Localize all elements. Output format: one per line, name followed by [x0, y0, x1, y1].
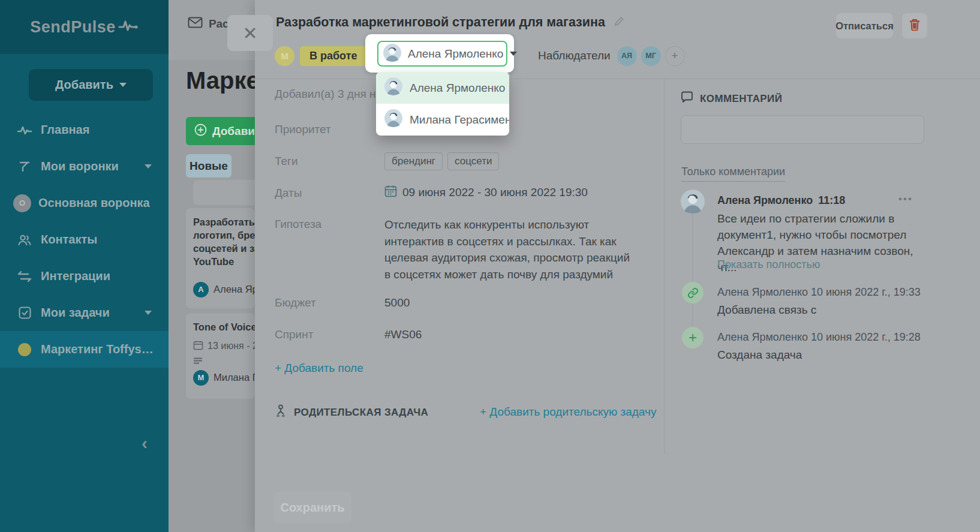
plus-circle-icon: [194, 124, 207, 139]
unsubscribe-button[interactable]: Отписаться: [836, 13, 893, 38]
sidebar-item-label: Маркетинг Toffys…: [41, 342, 154, 356]
description-icon: [193, 357, 248, 365]
show-more-link[interactable]: Показать полностью: [717, 259, 820, 271]
delete-task-button[interactable]: [902, 13, 927, 38]
avatar: М: [193, 370, 209, 386]
creator-avatar: М: [275, 46, 294, 66]
assignee-avatar: [384, 77, 402, 98]
comment-bubble-icon: [681, 91, 693, 106]
sidebar-item-integrations[interactable]: Интеграции: [0, 258, 169, 294]
save-button[interactable]: Сохранить: [273, 492, 351, 523]
funnel-icon: [16, 161, 34, 173]
activity-timeline: [692, 214, 693, 333]
tab-mailings[interactable]: Рас: [188, 17, 229, 31]
sidebar-item-label: Главная: [41, 123, 89, 137]
add-field-link[interactable]: + Добавить поле: [275, 362, 363, 375]
swap-arrows-icon: [16, 270, 34, 282]
priority-label: Приоритет: [275, 123, 331, 136]
sidebar-item-label: Основная воронка: [38, 196, 150, 210]
comment-input[interactable]: [681, 115, 924, 144]
sidebar-add-button[interactable]: Добавить: [29, 69, 153, 101]
activity-date: 10 июня 2022 г., 19:33: [811, 286, 921, 298]
card-title-line: YouTube: [193, 256, 248, 269]
app-root: Рас Марке Добавить Новые Разработать лог…: [0, 0, 980, 532]
assignee-avatar: [384, 109, 402, 130]
comment-time: 11:18: [818, 194, 845, 207]
watcher-avatar[interactable]: МГ: [641, 46, 661, 66]
pulse-icon: [118, 19, 139, 35]
budget-label: Бюджет: [275, 296, 316, 309]
tag-chip[interactable]: соцсети: [447, 152, 499, 170]
plus-icon: +: [682, 327, 704, 348]
activity-date: 10 июня 2022 г., 19:28: [811, 331, 921, 343]
logo[interactable]: SendPulse: [0, 0, 169, 54]
close-icon[interactable]: ✕: [227, 15, 273, 51]
tag-chip[interactable]: брендинг: [384, 152, 443, 170]
dates-text: 09 июня 2022 - 30 июня 2022 19:30: [402, 186, 588, 199]
add-parent-task-link[interactable]: + Добавить родительскую задачу: [480, 405, 656, 419]
assignee-option[interactable]: Милана Герасименко: [376, 104, 509, 136]
activity-action: Добавлена связь с: [717, 303, 816, 317]
trash-icon: [909, 18, 921, 34]
chevron-down-icon: [145, 164, 152, 169]
sidebar-item-label: Интеграции: [41, 269, 110, 283]
chevron-down-icon: [145, 311, 152, 315]
column-header-partial: [193, 180, 259, 205]
assignee-select[interactable]: Алена Ярмоленко: [377, 41, 507, 67]
sidebar-menu: Главная Мои воронки О Основная воронка: [0, 112, 169, 368]
activity-action: Создана задача: [717, 348, 802, 362]
assignee-option[interactable]: Алена Ярмоленко: [376, 72, 509, 104]
header-divider: [255, 79, 980, 79]
assignee-option-label: Милана Герасименко: [410, 113, 509, 127]
watcher-avatar[interactable]: АЯ: [617, 46, 637, 66]
comments-title: КОММЕНТАРИЙ: [700, 93, 782, 105]
assignee-avatar: [383, 44, 401, 64]
tags-value[interactable]: брендингсоцсети: [384, 152, 504, 170]
dates-value[interactable]: 09 июня 2022 - 30 июня 2022 19:30: [384, 185, 588, 200]
avatar: A: [193, 282, 209, 297]
sidebar-item-home[interactable]: Главная: [0, 112, 169, 148]
hypothesis-label: Гипотеза: [275, 218, 321, 231]
sidebar-item-contacts[interactable]: Контакты: [0, 221, 169, 258]
comment-menu-dots-icon[interactable]: •••: [898, 193, 913, 205]
sidebar-item-funnels[interactable]: Мои воронки: [0, 148, 169, 185]
chart-pulse-icon: [16, 125, 34, 136]
sidebar-item-main-funnel[interactable]: О Основная воронка: [0, 185, 169, 221]
column-tab-new[interactable]: Новые: [186, 154, 232, 178]
add-watcher-button[interactable]: +: [665, 46, 685, 66]
sidebar-add-label: Добавить: [55, 78, 113, 92]
sidebar-collapse-chevron[interactable]: ‹: [142, 433, 148, 453]
calendar-icon: [193, 340, 203, 353]
assignee-name: Алена Яр: [214, 284, 258, 295]
board-color-dot: [16, 343, 34, 356]
link-icon: [682, 282, 704, 303]
logo-text: SendPulse: [30, 18, 116, 37]
panel-divider: [664, 79, 665, 455]
watchers-label: Наблюдатели: [538, 49, 611, 62]
status-badge[interactable]: В работе: [300, 46, 367, 66]
sidebar-item-marketing-board[interactable]: Маркетинг Toffys…: [0, 331, 169, 368]
card-dates: 13 июня - 2: [208, 341, 258, 351]
task-title: Разработка маркетинговой стратегии для м…: [276, 15, 605, 30]
card-title-line: соцсетей и за: [193, 242, 248, 256]
sidebar-item-my-tasks[interactable]: Мои задачи: [0, 294, 169, 331]
calendar-icon: [384, 185, 397, 200]
sidebar-item-label: Мои воронки: [41, 160, 119, 173]
funnel-avatar: О: [13, 194, 31, 212]
kanban-card[interactable]: Tone of Voice 13 июня - 2 М Милана Г: [186, 313, 255, 399]
sprint-value: #WS06: [384, 328, 422, 341]
sprint-label: Спринт: [275, 328, 313, 341]
card-title-line: Tone of Voice: [193, 321, 248, 334]
dates-label: Даты: [275, 187, 302, 200]
edit-pencil-icon[interactable]: [614, 16, 625, 29]
card-title-line: логотип, бре: [193, 229, 248, 242]
sidebar-item-label: Контакты: [41, 233, 97, 247]
chevron-down-icon: [510, 52, 517, 56]
assignee-name: Милана Г: [214, 372, 258, 383]
board-title: Марке: [186, 67, 260, 94]
comments-filter-link[interactable]: Только комментарии: [681, 166, 785, 182]
kanban-card[interactable]: Разработать логотип, бре соцсетей и за Y…: [186, 208, 255, 308]
sidebar: SendPulse Добавить Главная Мои воронки: [0, 0, 169, 532]
commenter-avatar: [681, 190, 705, 216]
branch-icon: [275, 404, 287, 420]
